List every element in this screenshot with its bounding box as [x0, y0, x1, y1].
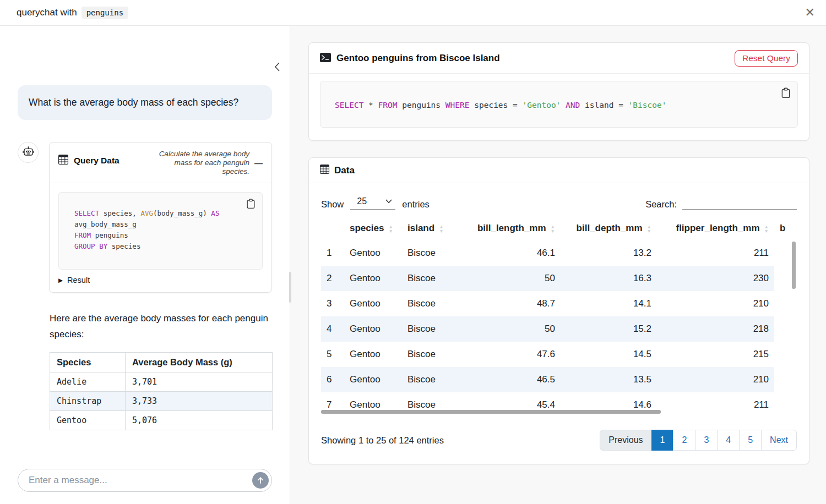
table-cell: 13.5 — [561, 367, 657, 392]
table-cell: Biscoe — [402, 291, 460, 316]
page-button-1[interactable]: 1 — [651, 430, 674, 451]
table-cell: 215 — [657, 342, 774, 367]
collapse-tool-icon[interactable]: — — [254, 150, 263, 168]
table-cell: 210 — [657, 291, 774, 316]
data-table-scroll-area: species▲▼island▲▼bill_length_mm▲▼bill_de… — [321, 217, 797, 415]
sort-icon: ▲▼ — [764, 224, 769, 233]
table-cell: 50 — [460, 316, 561, 342]
page-length-value: 25 — [357, 196, 367, 206]
data-table-card: Data Show 25 entries Search: — [308, 157, 809, 464]
table-row: 4GentooBiscoe5015.2218 — [321, 316, 796, 342]
table-cell: 2 — [321, 266, 344, 291]
page-length-select[interactable]: 25 — [350, 196, 395, 210]
sql-code-main: SELECT * FROM penguins WHERE species = '… — [335, 100, 783, 111]
table-cell: 3,701 — [126, 372, 273, 392]
page-button-previous[interactable]: Previous — [600, 430, 651, 451]
table-cell: 46.1 — [460, 240, 561, 266]
current-query-card: Gentoo penguins from Biscoe Island Reset… — [308, 42, 809, 141]
column-header: Average Body Mass (g) — [126, 353, 273, 372]
message-input[interactable] — [18, 469, 272, 492]
table-cell: Gentoo — [344, 316, 402, 342]
column-header-flipper_length_mm[interactable]: flipper_length_mm▲▼ — [657, 217, 774, 240]
sort-icon: ▲▼ — [439, 224, 443, 233]
table-row: 3GentooBiscoe48.714.1210 — [321, 291, 796, 316]
page-button-next[interactable]: Next — [761, 430, 797, 451]
copy-icon[interactable] — [780, 86, 792, 101]
table-cell: Gentoo — [344, 266, 402, 291]
table-cell: 50 — [460, 266, 561, 291]
table-cell: 210 — [657, 367, 774, 392]
search-control: Search: — [645, 195, 797, 210]
close-icon[interactable]: ✕ — [805, 7, 815, 19]
search-input[interactable] — [682, 195, 797, 210]
table-cell: 15.2 — [561, 316, 657, 342]
table-cell: Biscoe — [402, 316, 460, 342]
user-message-bubble: What is the average body mass of each sp… — [18, 85, 272, 120]
table-row: 1GentooBiscoe46.113.2211 — [321, 240, 796, 266]
assistant-message: Query Data Calculate the average body ma… — [18, 142, 272, 293]
page-button-3[interactable]: 3 — [695, 430, 718, 451]
entries-label: entries — [402, 199, 430, 210]
panel-resize-handle[interactable] — [289, 272, 291, 303]
page-button-5[interactable]: 5 — [739, 430, 762, 451]
table-row: Chinstrap3,733 — [50, 392, 273, 411]
result-label: Result — [67, 276, 90, 284]
column-header-island[interactable]: island▲▼ — [402, 217, 460, 240]
assistant-intro-text: Here are the average body masses for eac… — [50, 311, 275, 343]
data-card-header: Data — [309, 158, 809, 183]
table-cell: 6 — [321, 367, 344, 392]
column-header-b: b — [774, 217, 796, 240]
table-cell: Gentoo — [344, 367, 402, 392]
table-cell: 46.5 — [460, 367, 561, 392]
column-header-bill_length_mm[interactable]: bill_length_mm▲▼ — [460, 217, 561, 240]
table-cell: 4 — [321, 316, 344, 342]
table-row: 2GentooBiscoe5016.3230 — [321, 266, 796, 291]
sort-icon: ▲▼ — [551, 224, 555, 233]
table-cell: Biscoe — [402, 367, 460, 392]
table-cell: Biscoe — [402, 266, 460, 291]
robot-avatar-icon — [18, 142, 39, 163]
chat-sidebar: What is the average body mass of each sp… — [0, 26, 290, 504]
column-header-species[interactable]: species▲▼ — [344, 217, 402, 240]
tool-card-description: Calculate the average body mass for each… — [151, 150, 249, 176]
table-row: Gentoo5,076 — [50, 411, 273, 430]
result-details-toggle[interactable]: ▶ Result — [58, 276, 263, 284]
data-card-title: Data — [334, 165, 355, 176]
table-grid-icon — [58, 155, 68, 167]
caret-right-icon: ▶ — [58, 277, 63, 283]
column-header-rownum — [321, 217, 344, 240]
copy-icon[interactable] — [245, 198, 257, 212]
table-cell: 3 — [321, 291, 344, 316]
table-cell: Biscoe — [402, 342, 460, 367]
chat-composer — [0, 461, 290, 504]
pagination: Previous12345Next — [600, 430, 797, 451]
tool-call-card: Query Data Calculate the average body ma… — [49, 142, 272, 293]
table-cell: Gentoo — [344, 240, 402, 266]
table-cell: Biscoe — [402, 240, 460, 266]
horizontal-scrollbar[interactable] — [321, 410, 661, 414]
reset-query-button[interactable]: Reset Query — [735, 50, 798, 67]
send-button[interactable] — [252, 472, 269, 489]
table-cell: 48.7 — [460, 291, 561, 316]
table-cell: Chinstrap — [50, 392, 126, 411]
table-cell: 218 — [657, 316, 774, 342]
dataset-chip: penguins — [81, 7, 128, 19]
table-grid-icon — [320, 165, 329, 176]
tool-card-header: Query Data Calculate the average body ma… — [50, 143, 271, 183]
table-cell: 3,733 — [126, 392, 273, 411]
tool-card-title: Query Data — [74, 156, 119, 166]
penguins-data-table: species▲▼island▲▼bill_length_mm▲▼bill_de… — [321, 217, 796, 415]
search-label: Search: — [645, 199, 677, 210]
collapse-sidebar-icon[interactable] — [273, 61, 282, 75]
page-button-2[interactable]: 2 — [673, 430, 695, 451]
vertical-scrollbar[interactable] — [792, 242, 796, 289]
table-cell: Adelie — [50, 372, 126, 392]
page-button-4[interactable]: 4 — [717, 430, 740, 451]
table-row: 6GentooBiscoe46.513.5210 — [321, 367, 796, 392]
query-card-header: Gentoo penguins from Biscoe Island Reset… — [309, 43, 809, 74]
column-header-bill_depth_mm[interactable]: bill_depth_mm▲▼ — [561, 217, 657, 240]
terminal-icon — [320, 53, 331, 64]
table-cell: 5 — [321, 342, 344, 367]
table-controls: Show 25 entries Search: — [309, 183, 809, 210]
table-cell: 14.5 — [561, 342, 657, 367]
